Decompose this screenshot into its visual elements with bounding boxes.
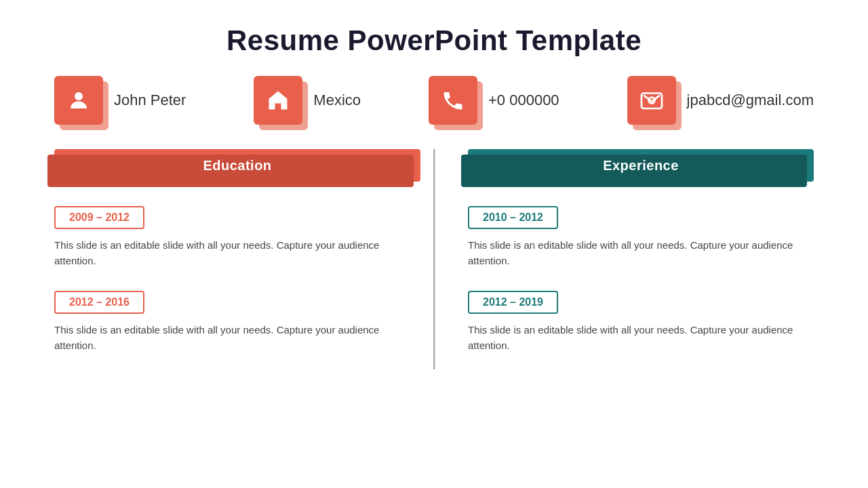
contact-phone: +0 000000 xyxy=(429,76,559,125)
experience-header-bg: Experience xyxy=(468,149,814,182)
experience-date-2: 2012 – 2019 xyxy=(468,291,558,314)
contact-phone-text: +0 000000 xyxy=(488,92,559,109)
contact-name: John Peter xyxy=(54,76,186,125)
education-entry-1: 2009 – 2012 This slide is an editable sl… xyxy=(54,201,420,269)
title-section: Resume PowerPoint Template xyxy=(41,0,827,76)
education-column: Education 2009 – 2012 This slide is an e… xyxy=(41,149,434,369)
experience-text-2: This slide is an editable slide with all… xyxy=(468,322,814,354)
education-text-2: This slide is an editable slide with all… xyxy=(54,322,420,354)
education-text-1: This slide is an editable slide with all… xyxy=(54,237,420,269)
email-icon xyxy=(639,88,664,113)
person-icon xyxy=(66,88,91,113)
experience-column: Experience 2010 – 2012 This slide is an … xyxy=(434,149,827,369)
page-title: Resume PowerPoint Template xyxy=(41,24,827,57)
contact-name-text: John Peter xyxy=(114,92,186,109)
education-header: Education xyxy=(54,149,420,182)
education-entry-2: 2012 – 2016 This slide is an editable sl… xyxy=(54,285,420,354)
education-header-bg: Education xyxy=(54,149,420,182)
contact-location: Mexico xyxy=(254,76,361,125)
experience-text-1: This slide is an editable slide with all… xyxy=(468,237,814,269)
email-icon-wrap xyxy=(627,76,676,125)
column-divider xyxy=(433,149,435,369)
experience-entry-1: 2010 – 2012 This slide is an editable sl… xyxy=(468,201,814,269)
experience-date-1: 2010 – 2012 xyxy=(468,206,558,229)
home-icon xyxy=(266,88,290,113)
phone-icon-wrap xyxy=(429,76,477,125)
contact-location-text: Mexico xyxy=(313,92,361,109)
columns-section: Education 2009 – 2012 This slide is an e… xyxy=(41,149,827,369)
contact-row: John Peter Mexico +0 000000 xyxy=(41,76,827,125)
experience-header: Experience xyxy=(468,149,814,182)
education-date-1: 2009 – 2012 xyxy=(54,206,144,229)
contact-email-text: jpabcd@gmail.com xyxy=(687,92,814,109)
phone-icon xyxy=(441,88,465,113)
education-label: Education xyxy=(203,158,271,174)
experience-label: Experience xyxy=(603,158,679,174)
education-date-2: 2012 – 2016 xyxy=(54,291,144,314)
contact-email: jpabcd@gmail.com xyxy=(627,76,814,125)
person-icon-wrap xyxy=(54,76,103,125)
experience-entry-2: 2012 – 2019 This slide is an editable sl… xyxy=(468,285,814,354)
home-icon-wrap xyxy=(254,76,302,125)
svg-point-0 xyxy=(75,92,83,100)
resume-page: Resume PowerPoint Template John Peter Me… xyxy=(0,0,868,488)
